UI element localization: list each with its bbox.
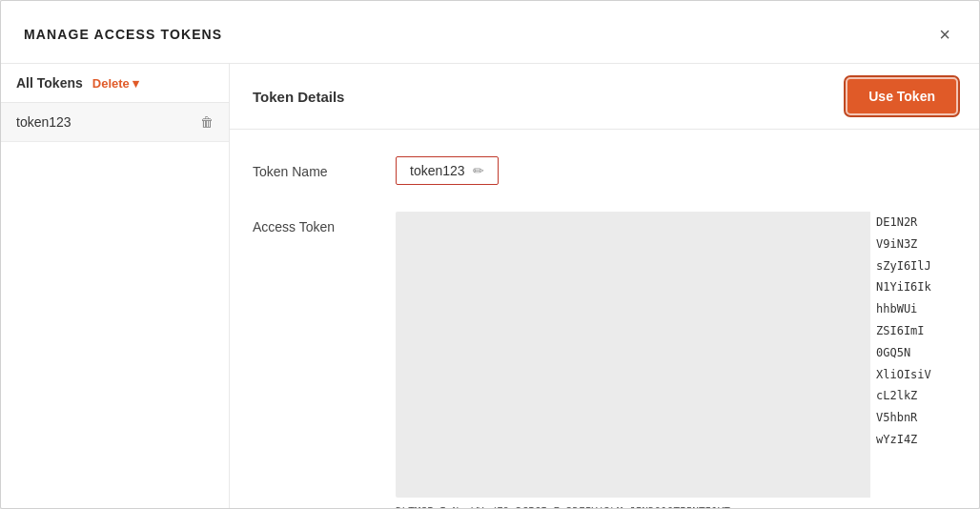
token-line-9: cL2lkZ [876, 385, 956, 407]
all-tokens-label: All Tokens [16, 75, 83, 91]
token-line-10: V5hbnR [876, 407, 956, 429]
token-list: token123 🗑 [1, 103, 229, 508]
token-line-5: hhbWUi [876, 298, 956, 320]
delete-button[interactable]: Delete ▾ [92, 76, 139, 91]
delete-label: Delete [92, 76, 130, 91]
edit-icon[interactable]: ✏ [473, 163, 484, 178]
token-line-8: XliOIsiV [876, 364, 956, 386]
access-token-visible-lines: DE1N2R V9iN3Z sZyI6IlJ N1YiI6Ik hhbWUi Z… [870, 212, 956, 498]
token-line-3: sZyI6IlJ [876, 255, 956, 277]
token-fields: Token Name token123 ✏ Access Token [230, 130, 979, 508]
token-name-box: token123 ✏ [396, 156, 499, 185]
modal-title: MANAGE ACCESS TOKENS [24, 27, 222, 42]
token-line-2: V9iN3Z [876, 234, 956, 255]
token-name-value-container: token123 ✏ [396, 156, 956, 185]
access-token-container: DE1N2R V9iN3Z sZyI6IlJ N1YiI6Ik hhbWUi Z… [396, 212, 956, 498]
trash-icon[interactable]: 🗑 [200, 114, 214, 130]
token-line-4: N1YiI6Ik [876, 276, 956, 298]
sidebar-toolbar: All Tokens Delete ▾ [1, 64, 229, 103]
token-list-item[interactable]: token123 🗑 [1, 103, 229, 142]
token-details-title: Token Details [253, 89, 344, 105]
access-token-label: Access Token [253, 212, 396, 234]
manage-access-tokens-modal: MANAGE ACCESS TOKENS × All Tokens Delete… [0, 0, 980, 509]
token-name: token123 [16, 114, 71, 130]
modal-body: All Tokens Delete ▾ token123 🗑 Token Det… [1, 64, 979, 508]
access-token-value-container: DE1N2R V9iN3Z sZyI6IlJ N1YiI6Ik hhbWUi Z… [396, 212, 956, 508]
token-line-6: ZSI6ImI [876, 320, 956, 342]
token-line-1: DE1N2R [876, 212, 956, 234]
modal-header: MANAGE ACCESS TOKENS × [1, 1, 979, 64]
token-line-7: 0GQ5N [876, 342, 956, 364]
close-button[interactable]: × [933, 23, 956, 46]
main-header: Token Details Use Token [230, 64, 979, 130]
token-name-field-row: Token Name token123 ✏ [253, 156, 956, 185]
token-name-label: Token Name [253, 156, 396, 179]
token-line-11: wYzI4Z [876, 429, 956, 451]
access-token-field-row: Access Token DE1N2R V9iN3Z sZyI6IlJ N1Yi… [253, 212, 956, 508]
main-content: Token Details Use Token Token Name token… [230, 64, 979, 508]
access-token-blurred-area [396, 212, 870, 498]
token-name-display: token123 [410, 163, 465, 178]
use-token-button[interactable]: Use Token [847, 79, 956, 113]
chevron-down-icon: ▾ [133, 76, 139, 91]
sidebar: All Tokens Delete ▾ token123 🗑 [1, 64, 230, 508]
access-token-bottom-line: DkTMSIsImNsaWVudF9p2CI6ImEw2DFIYj2hMmJIN… [396, 498, 956, 508]
